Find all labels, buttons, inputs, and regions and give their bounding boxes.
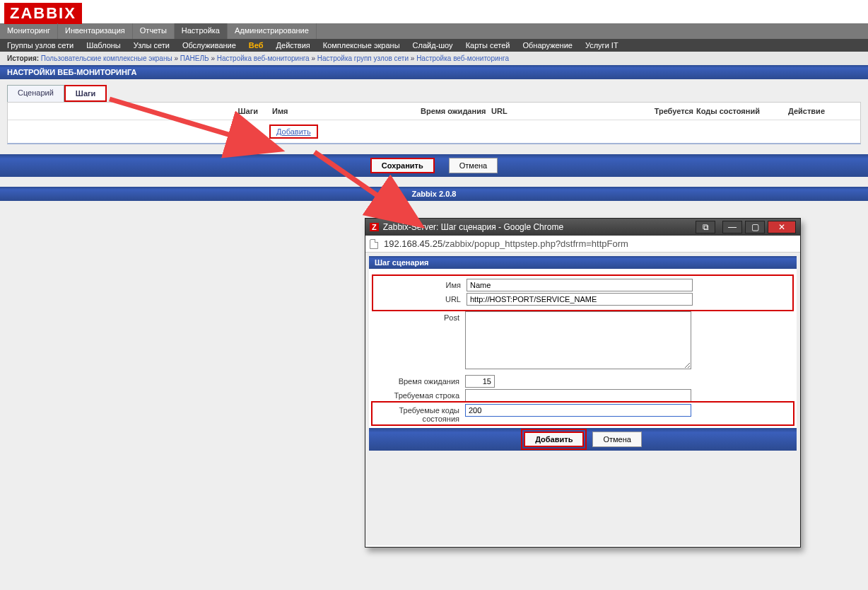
nav1-reports[interactable]: Отчеты: [133, 23, 175, 39]
table-header: Шаги Имя Время ожидания URL Требуется Ко…: [8, 103, 860, 120]
required-input[interactable]: [465, 389, 691, 402]
history-link[interactable]: Настройка веб-мониторинга: [416, 54, 509, 62]
nav2-itservices[interactable]: Услуги IT: [585, 41, 618, 50]
form-buttons: Сохранить Отмена: [0, 154, 868, 177]
nav1-monitoring[interactable]: Мониторинг: [0, 23, 58, 39]
page-title: НАСТРОЙКИ ВЕБ-МОНИТОРИНГА: [0, 65, 868, 79]
label-post: Post: [373, 311, 465, 322]
nav2-discovery[interactable]: Обнаружение: [522, 41, 572, 50]
popup-cancel-button[interactable]: Отмена: [592, 432, 641, 447]
th-codes: Коды состояний: [696, 107, 788, 115]
nav2-slideshows[interactable]: Слайд-шоу: [413, 41, 453, 50]
name-input[interactable]: [467, 279, 693, 291]
tab-steps[interactable]: Шаги: [64, 85, 107, 102]
url-input[interactable]: [467, 293, 693, 306]
nav1-config[interactable]: Настройка: [175, 23, 228, 39]
label-codes: Требуемые коды состояния: [373, 404, 465, 423]
th-required: Требуется: [626, 107, 696, 115]
th-action: Действие: [788, 107, 845, 115]
th-steps: Шаги: [11, 107, 272, 115]
zabbix-favicon-icon: Z: [370, 223, 379, 231]
label-name: Имя: [375, 279, 467, 289]
url-host: 192.168.45.25: [384, 238, 442, 249]
popup-buttons: Добавить Отмена: [369, 428, 797, 451]
history-link[interactable]: Пользовательские комплексные экраны: [41, 54, 172, 62]
history-link[interactable]: Настройка групп узлов сети: [317, 54, 409, 62]
zabbix-logo: ZABBIX: [4, 3, 82, 24]
popup-add-button[interactable]: Добавить: [524, 432, 584, 447]
th-url: URL: [491, 107, 626, 115]
window-close-icon[interactable]: ✕: [768, 221, 796, 233]
th-name: Имя: [272, 107, 421, 115]
history-link[interactable]: Настройка веб-мониторинга: [217, 54, 310, 62]
history-link[interactable]: ПАНЕЛЬ: [180, 54, 209, 62]
label-url: URL: [375, 293, 467, 303]
history-label: История:: [7, 54, 39, 62]
cancel-button[interactable]: Отмена: [449, 158, 498, 173]
url-path: /zabbix/popup_httpstep.php?dstfrm=httpFo…: [442, 238, 628, 249]
tabs: Сценарий Шаги: [7, 85, 868, 102]
label-required: Требуемая строка: [373, 389, 465, 400]
nav2-templates[interactable]: Шаблоны: [86, 41, 121, 50]
nav2-maps[interactable]: Карты сетей: [466, 41, 510, 50]
steps-panel: Шаги Имя Время ожидания URL Требуется Ко…: [7, 102, 861, 144]
nav2-maintenance[interactable]: Обслуживание: [182, 41, 236, 50]
add-step-link[interactable]: Добавить: [271, 126, 317, 137]
post-textarea[interactable]: [465, 311, 691, 369]
codes-input[interactable]: [465, 404, 691, 417]
table-row: Добавить: [8, 120, 860, 143]
nav-secondary: Группы узлов сети Шаблоны Узлы сети Обсл…: [0, 39, 868, 52]
nav2-web[interactable]: Веб: [249, 41, 264, 50]
breadcrumb: История: Пользовательские комплексные эк…: [0, 52, 868, 65]
nav2-hostgroups[interactable]: Группы узлов сети: [7, 41, 74, 50]
nav2-actions[interactable]: Действия: [276, 41, 310, 50]
th-wait: Время ожидания: [421, 107, 491, 115]
window-titlebar[interactable]: Z Zabbix-Server: Шаг сценария - Google C…: [365, 219, 800, 236]
window-popout-icon[interactable]: ⧉: [696, 221, 715, 233]
label-timeout: Время ожидания: [373, 375, 465, 386]
nav2-hosts[interactable]: Узлы сети: [134, 41, 170, 50]
nav1-inventory[interactable]: Инвентаризация: [58, 23, 133, 39]
document-icon: [370, 239, 378, 249]
window-title: Zabbix-Server: Шаг сценария - Google Chr…: [383, 222, 563, 232]
window-minimize-icon[interactable]: ―: [722, 221, 742, 233]
window-maximize-icon[interactable]: ▢: [745, 221, 765, 233]
nav1-admin[interactable]: Администрирование: [228, 23, 317, 39]
tab-scenario[interactable]: Сценарий: [7, 85, 64, 102]
popup-window: Z Zabbix-Server: Шаг сценария - Google C…: [365, 218, 801, 548]
save-button[interactable]: Сохранить: [370, 158, 435, 173]
address-bar[interactable]: 192.168.45.25/zabbix/popup_httpstep.php?…: [365, 236, 800, 253]
nav2-screens[interactable]: Комплексные экраны: [323, 41, 400, 50]
footer-version: Zabbix 2.0.8: [0, 187, 868, 201]
timeout-input[interactable]: [465, 375, 495, 388]
nav-primary: Мониторинг Инвентаризация Отчеты Настрой…: [0, 23, 868, 39]
popup-title: Шаг сценария: [369, 256, 797, 269]
